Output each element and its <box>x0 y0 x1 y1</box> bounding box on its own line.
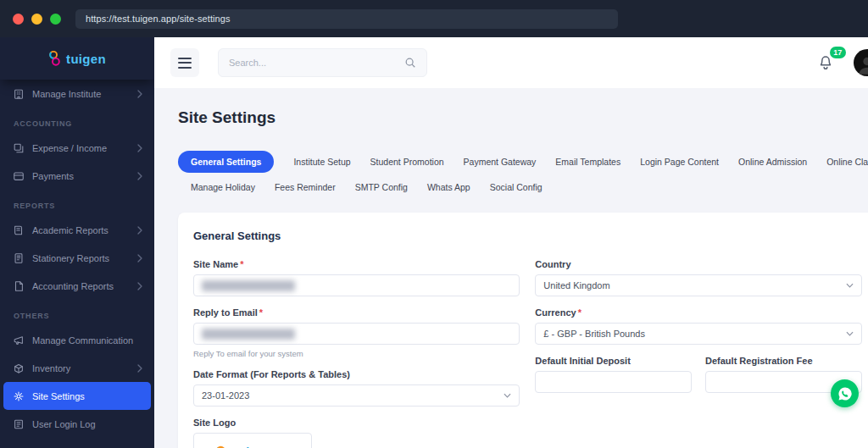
window-controls <box>0 14 75 25</box>
building-icon <box>12 87 25 100</box>
sidebar-item-label: Academic Reports <box>32 225 108 235</box>
sidebar-section-accounting: ACCOUNTING <box>0 108 154 134</box>
tab-online-class[interactable]: Online Class <box>826 157 868 167</box>
tab-whats-app[interactable]: Whats App <box>427 182 470 192</box>
sidebar-item-manage-communication[interactable]: Manage Communication <box>0 326 154 354</box>
sidebar-item-label: User Login Log <box>32 419 96 429</box>
sidebar-item-site-settings[interactable]: Site Settings <box>3 382 151 410</box>
sidebar-item-user-login-log[interactable]: User Login Log <box>0 410 154 438</box>
menu-toggle-button[interactable] <box>170 48 199 77</box>
tab-login-page-content[interactable]: Login Page Content <box>640 157 719 167</box>
credit-card-icon <box>12 169 25 182</box>
sidebar-section-reports: REPORTS <box>0 190 154 216</box>
chevron-down-icon <box>846 331 854 336</box>
address-bar[interactable]: https://test.tuigen.app/site-settings <box>75 9 618 29</box>
reply-email-helper: Reply To email for your system <box>193 349 520 358</box>
accounting-reports-icon <box>12 279 25 292</box>
default-initial-deposit-field[interactable] <box>543 377 683 387</box>
date-format-label: Date Format (For Reports & Tables) <box>193 369 520 379</box>
site-logo-label: Site Logo <box>193 418 520 428</box>
minimize-window-button[interactable] <box>31 14 42 25</box>
user-avatar[interactable] <box>854 49 868 76</box>
chevron-right-icon <box>137 144 142 152</box>
required-asterisk: * <box>240 259 243 269</box>
search-box[interactable] <box>218 48 427 77</box>
sidebar-item-academic-reports[interactable]: Academic Reports <box>0 216 154 244</box>
notification-badge: 17 <box>830 47 846 58</box>
form-left-column: Site Name* Reply to Email* Repl <box>193 259 520 448</box>
country-value: United Kingdom <box>543 280 609 290</box>
required-asterisk: * <box>578 307 581 318</box>
inventory-box-icon <box>12 362 25 374</box>
tab-row-1: General Settings Institute Setup Student… <box>178 151 868 173</box>
academic-reports-icon <box>12 224 25 236</box>
main-content: Site Settings General Settings Institute… <box>154 88 868 448</box>
tab-online-admission[interactable]: Online Admission <box>738 157 807 167</box>
maximize-window-button[interactable] <box>50 14 61 25</box>
date-format-field-group: Date Format (For Reports & Tables) 23-01… <box>193 369 520 407</box>
sidebar-item-payments[interactable]: Payments <box>0 162 154 190</box>
date-format-select[interactable]: 23-01-2023 <box>193 384 520 407</box>
chevron-right-icon <box>137 254 142 263</box>
sidebar-item-label: Site Settings <box>32 391 85 401</box>
sidebar: tuigen Manage Institute ACCOUNTING Expen… <box>0 37 154 448</box>
tab-social-config[interactable]: Social Config <box>490 182 542 192</box>
screen: https://test.tuigen.app/site-settings tu… <box>0 0 868 448</box>
topbar: 17 <box>154 37 868 88</box>
site-name-label: Site Name* <box>193 259 520 269</box>
whatsapp-icon <box>837 385 854 402</box>
app-logo[interactable]: tuigen <box>0 37 154 80</box>
site-logo-field-group: Site Logo tuigen <box>193 418 520 448</box>
general-settings-card: General Settings Site Name* Rep <box>178 213 868 448</box>
currency-select[interactable]: £ - GBP - British Pounds <box>535 323 861 345</box>
close-window-button[interactable] <box>13 14 24 25</box>
tab-manage-holiday[interactable]: Manage Holiday <box>191 182 255 192</box>
url-text: https://test.tuigen.app/site-settings <box>86 14 231 24</box>
person-icon <box>854 53 868 76</box>
chevron-right-icon <box>137 364 142 373</box>
login-log-icon <box>12 418 25 430</box>
reply-email-input[interactable] <box>193 323 520 345</box>
sidebar-item-inventory[interactable]: Inventory <box>0 354 154 382</box>
default-initial-deposit-label: Default Initial Deposit <box>535 356 692 366</box>
search-icon <box>404 57 416 69</box>
chevron-down-icon <box>846 283 854 288</box>
form-right-column: Country United Kingdom Currency* £ - GBP… <box>535 259 861 448</box>
defaults-row: Default Initial Deposit Default Registra… <box>535 356 861 404</box>
country-label: Country <box>535 259 861 269</box>
sidebar-section-others: OTHERS <box>0 300 154 326</box>
whatsapp-button[interactable] <box>831 379 859 407</box>
chevron-right-icon <box>137 226 142 235</box>
sidebar-item-label: Payments <box>32 171 74 181</box>
sidebar-item-label: Stationery Reports <box>32 253 109 263</box>
tab-student-promotion[interactable]: Student Promotion <box>370 157 444 167</box>
sidebar-item-stationery-reports[interactable]: Stationery Reports <box>0 244 154 272</box>
expense-income-icon <box>12 141 25 154</box>
sidebar-item-label: Accounting Reports <box>32 281 114 291</box>
reply-email-label: Reply to Email* <box>193 307 520 318</box>
sidebar-item-expense-income[interactable]: Expense / Income <box>0 134 154 162</box>
notifications-button[interactable]: 17 <box>816 52 838 74</box>
sidebar-item-label: Expense / Income <box>32 143 107 153</box>
sidebar-item-manage-institute[interactable]: Manage Institute <box>0 80 154 108</box>
required-asterisk: * <box>259 307 263 318</box>
chevron-down-icon <box>504 393 511 398</box>
site-name-input[interactable] <box>193 274 520 296</box>
sidebar-nav: Manage Institute ACCOUNTING Expense / In… <box>0 80 154 448</box>
chevron-right-icon <box>137 172 142 180</box>
tuigen-logo-icon <box>48 50 61 68</box>
sidebar-item-label: Manage Communication <box>32 335 133 346</box>
tab-email-templates[interactable]: Email Templates <box>555 157 620 167</box>
tab-smtp-config[interactable]: SMTP Config <box>355 182 408 192</box>
country-select[interactable]: United Kingdom <box>535 274 861 296</box>
site-logo-preview: tuigen <box>193 433 312 448</box>
tab-general-settings[interactable]: General Settings <box>178 151 274 173</box>
tab-payment-gateway[interactable]: Payment Gateway <box>464 157 537 167</box>
tab-fees-reminder[interactable]: Fees Reminder <box>275 182 336 192</box>
tab-institute-setup[interactable]: Institute Setup <box>293 157 350 167</box>
sidebar-item-accounting-reports[interactable]: Accounting Reports <box>0 272 154 300</box>
sidebar-item-label: Inventory <box>32 363 70 373</box>
search-input[interactable] <box>229 58 404 68</box>
default-initial-deposit-input[interactable] <box>535 371 692 393</box>
redacted-value <box>202 280 295 291</box>
